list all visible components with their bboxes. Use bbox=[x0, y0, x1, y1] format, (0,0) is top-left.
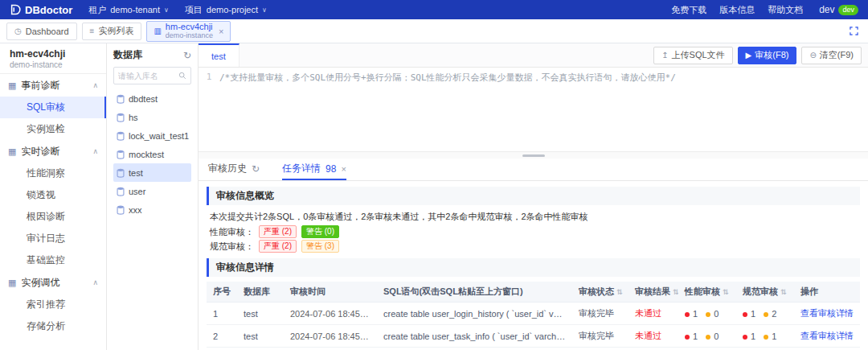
tab-instance-hm-ecv4chji[interactable]: ▥ hm-ecv4chji demo-instance × bbox=[146, 21, 231, 42]
cell-time: 2024-07-06 18:45:33 bbox=[284, 325, 377, 348]
database-item-lock_wait_test1[interactable]: lock_wait_test1 bbox=[113, 126, 191, 145]
brand-name: DBdoctor bbox=[25, 4, 72, 16]
cell-no: 1 bbox=[207, 303, 237, 325]
severe-dot bbox=[743, 335, 747, 340]
tab-task-detail[interactable]: 任务详情 98 × bbox=[282, 159, 346, 180]
topbar: DBdoctor 租户 demo-tenant ∨ 项目 demo-projec… bbox=[0, 0, 868, 19]
refresh-icon[interactable]: ↻ bbox=[252, 163, 260, 175]
audit-button[interactable]: ▶ 审核(F8) bbox=[738, 47, 797, 64]
database-search-input[interactable] bbox=[118, 72, 175, 80]
editor-tab-test[interactable]: test bbox=[199, 43, 240, 67]
database-panel-title: 数据库 bbox=[113, 48, 142, 62]
database-icon bbox=[117, 131, 125, 141]
cell-sql[interactable]: create table user_login_history ( `user_… bbox=[377, 303, 572, 325]
brand[interactable]: DBdoctor bbox=[10, 4, 72, 16]
severe-dot bbox=[685, 335, 690, 340]
database-search[interactable] bbox=[113, 67, 191, 84]
sidebar-item-实例巡检[interactable]: 实例巡检 bbox=[0, 118, 106, 140]
instance-doc-icon: ▥ bbox=[154, 27, 161, 35]
sidebar-menu: ▦事前诊断∧SQL审核实例巡检▦实时诊断∧性能洞察锁透视根因诊断审计日志基础监控… bbox=[0, 74, 106, 337]
refresh-icon[interactable]: ↻ bbox=[183, 50, 191, 61]
fullscreen-icon[interactable] bbox=[850, 27, 858, 35]
cell-result: 未通过 bbox=[628, 303, 678, 325]
severe-dot bbox=[685, 312, 690, 317]
workspace-tabbar: ◷ Dashboard ≡ 实例列表 ▥ hm-ecv4chji demo-in… bbox=[0, 19, 868, 43]
sidebar-group-事前诊断[interactable]: ▦事前诊断∧ bbox=[0, 74, 106, 97]
cell-sql[interactable]: create table user_task_info ( `user_id` … bbox=[377, 325, 572, 348]
sql-editor[interactable]: 1 /*支持批量审核，多个SQL使用分号+换行分隔；SQL性能分析只会采集少量数… bbox=[199, 68, 868, 151]
cell-db: test bbox=[237, 325, 284, 348]
database-icon bbox=[117, 187, 125, 196]
sidebar-item-SQL审核[interactable]: SQL审核 bbox=[0, 97, 106, 118]
split-resize-handle[interactable] bbox=[199, 151, 868, 159]
column-header[interactable]: 规范审核⇅ bbox=[736, 282, 794, 303]
detail-section-title: 审核信息详情 bbox=[207, 258, 860, 277]
sidebar-item-基础监控[interactable]: 基础监控 bbox=[0, 249, 106, 271]
cell-status: 审核完毕 bbox=[572, 325, 628, 348]
task-id: 98 bbox=[326, 163, 336, 175]
cell-result: 未通过 bbox=[628, 325, 678, 348]
database-icon bbox=[117, 168, 125, 178]
user-menu[interactable]: dev dev bbox=[819, 4, 858, 15]
sidebar-item-锁透视[interactable]: 锁透视 bbox=[0, 184, 106, 206]
topbar-link[interactable]: 帮助文档 bbox=[768, 4, 803, 16]
sidebar-item-审计日志[interactable]: 审计日志 bbox=[0, 228, 106, 249]
database-item-test[interactable]: test bbox=[113, 163, 191, 182]
sidebar-group-实例调优[interactable]: ▦实例调优∧ bbox=[0, 271, 106, 294]
database-item-hs[interactable]: hs bbox=[113, 108, 191, 126]
upload-sql-button[interactable]: ↥ 上传SQL文件 bbox=[653, 47, 732, 64]
database-item-mocktest[interactable]: mocktest bbox=[113, 145, 191, 163]
sort-icon[interactable]: ⇅ bbox=[780, 288, 787, 296]
overview-section-title: 审核信息概览 bbox=[207, 187, 860, 205]
main-area: test ↥ 上传SQL文件 ▶ 审核(F8) ⊖ 清空(F9) bbox=[199, 43, 868, 350]
view-detail-link[interactable]: 查看审核详情 bbox=[794, 303, 860, 325]
drag-handle[interactable] bbox=[522, 154, 545, 157]
clear-button[interactable]: ⊖ 清空(F9) bbox=[801, 47, 862, 64]
column-header: 审核时间 bbox=[284, 282, 377, 303]
sort-icon[interactable]: ⇅ bbox=[723, 288, 729, 296]
database-item-dbdtest[interactable]: dbdtest bbox=[113, 89, 191, 108]
menu-group-icon: ▦ bbox=[8, 146, 16, 157]
dbdoctor-logo-icon bbox=[10, 4, 21, 15]
sidebar-item-索引推荐[interactable]: 索引推荐 bbox=[0, 294, 106, 315]
warning-dot bbox=[706, 312, 710, 317]
chevron-up-icon: ∧ bbox=[92, 278, 98, 286]
spec-audit-label: 规范审核： bbox=[210, 241, 254, 253]
table-row[interactable]: 2test2024-07-06 18:45:33create table use… bbox=[207, 325, 860, 348]
warning-dot bbox=[706, 335, 710, 340]
column-header[interactable]: 审核结果⇅ bbox=[628, 282, 678, 303]
database-item-user[interactable]: user bbox=[113, 182, 191, 200]
sort-icon[interactable]: ⇅ bbox=[616, 288, 623, 296]
sidebar-group-实时诊断[interactable]: ▦实时诊断∧ bbox=[0, 140, 106, 163]
project-selector[interactable]: 项目 demo-project ∨ bbox=[185, 4, 267, 16]
clear-icon: ⊖ bbox=[809, 51, 816, 60]
audit-table-head-row: 序号数据库审核时间SQL语句(双击SQL粘贴至上方窗口)审核状态⇅审核结果⇅性能… bbox=[207, 282, 860, 303]
sidebar-item-存储分析[interactable]: 存储分析 bbox=[0, 315, 106, 337]
audit-table-body: 1test2024-07-06 18:45:33create table use… bbox=[207, 303, 860, 348]
instance-header: hm-ecv4chji demo-instance bbox=[0, 43, 106, 74]
perf-audit-label: 性能审核： bbox=[210, 226, 254, 238]
tab-audit-history[interactable]: 审核历史 ↻ bbox=[208, 159, 260, 180]
menu-group-icon: ▦ bbox=[8, 278, 16, 288]
topbar-link[interactable]: 免费下载 bbox=[671, 4, 706, 16]
app-window: DBdoctor 租户 demo-tenant ∨ 项目 demo-projec… bbox=[0, 0, 868, 350]
tenant-selector[interactable]: 租户 demo-tenant ∨ bbox=[88, 4, 169, 16]
result-tabbar: 审核历史 ↻ 任务详情 98 × bbox=[199, 159, 868, 181]
tab-dashboard[interactable]: ◷ Dashboard bbox=[6, 23, 77, 40]
column-header[interactable]: 性能审核⇅ bbox=[678, 282, 736, 303]
view-detail-link[interactable]: 查看审核详情 bbox=[794, 325, 860, 348]
close-tab-icon[interactable]: × bbox=[341, 164, 346, 174]
user-name: dev bbox=[819, 4, 834, 15]
topbar-link[interactable]: 版本信息 bbox=[719, 4, 755, 16]
instance-subtitle: demo-instance bbox=[10, 60, 96, 69]
database-item-xxx[interactable]: xxx bbox=[113, 200, 191, 219]
sort-icon[interactable]: ⇅ bbox=[673, 288, 678, 296]
column-header[interactable]: 审核状态⇅ bbox=[572, 282, 628, 303]
sidebar-item-性能洞察[interactable]: 性能洞察 bbox=[0, 163, 106, 184]
chevron-down-icon: ∨ bbox=[262, 6, 267, 14]
tab-instance-list[interactable]: ≡ 实例列表 bbox=[82, 23, 142, 40]
close-tab-icon[interactable]: × bbox=[219, 27, 223, 36]
sidebar-item-根因诊断[interactable]: 根因诊断 bbox=[0, 206, 106, 228]
table-row[interactable]: 1test2024-07-06 18:45:33create table use… bbox=[207, 303, 860, 325]
badge-severe: 严重 (2) bbox=[259, 225, 297, 238]
